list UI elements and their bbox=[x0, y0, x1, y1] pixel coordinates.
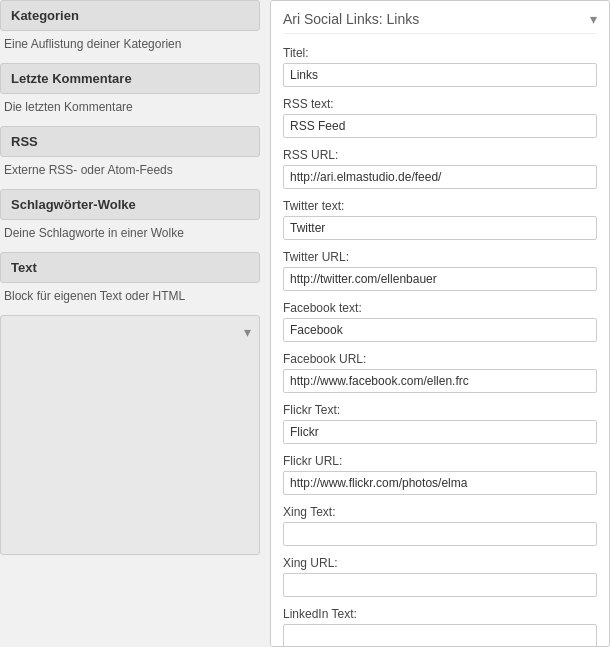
widget-desc-rss: Externe RSS- oder Atom-Feeds bbox=[0, 157, 260, 181]
input-rss-text[interactable] bbox=[283, 114, 597, 138]
input-xing-text[interactable] bbox=[283, 522, 597, 546]
form-row-flickr-url: Flickr URL: bbox=[283, 454, 597, 495]
widget-block-text: TextBlock für eigenen Text oder HTML bbox=[0, 252, 260, 307]
label-titel: Titel: bbox=[283, 46, 597, 60]
left-sidebar: KategorienEine Auflistung deiner Kategor… bbox=[0, 0, 270, 647]
label-facebook-text: Facebook text: bbox=[283, 301, 597, 315]
label-flickr-url: Flickr URL: bbox=[283, 454, 597, 468]
widget-block-schlagwoerter-wolke: Schlagwörter-WolkeDeine Schlagworte in e… bbox=[0, 189, 260, 244]
widget-desc-schlagwoerter-wolke: Deine Schlagworte in einer Wolke bbox=[0, 220, 260, 244]
panel-brand: Ari Social Links bbox=[283, 11, 379, 27]
input-twitter-text[interactable] bbox=[283, 216, 597, 240]
widget-desc-text: Block für eigenen Text oder HTML bbox=[0, 283, 260, 307]
input-flickr-text[interactable] bbox=[283, 420, 597, 444]
form-row-facebook-text: Facebook text: bbox=[283, 301, 597, 342]
label-xing-url: Xing URL: bbox=[283, 556, 597, 570]
form-row-linkedin-text: LinkedIn Text: bbox=[283, 607, 597, 647]
input-facebook-url[interactable] bbox=[283, 369, 597, 393]
panel-title: Ari Social Links: Links bbox=[283, 11, 419, 27]
label-linkedin-text: LinkedIn Text: bbox=[283, 607, 597, 621]
widget-block-rss: RSSExterne RSS- oder Atom-Feeds bbox=[0, 126, 260, 181]
form-row-xing-text: Xing Text: bbox=[283, 505, 597, 546]
form-row-rss-text: RSS text: bbox=[283, 97, 597, 138]
form-row-facebook-url: Facebook URL: bbox=[283, 352, 597, 393]
widget-title-kategorien[interactable]: Kategorien bbox=[0, 0, 260, 31]
form-row-titel: Titel: bbox=[283, 46, 597, 87]
widget-title-text[interactable]: Text bbox=[0, 252, 260, 283]
form-row-rss-url: RSS URL: bbox=[283, 148, 597, 189]
form-row-twitter-url: Twitter URL: bbox=[283, 250, 597, 291]
label-facebook-url: Facebook URL: bbox=[283, 352, 597, 366]
input-twitter-url[interactable] bbox=[283, 267, 597, 291]
input-linkedin-text[interactable] bbox=[283, 624, 597, 647]
empty-widget-area: ▾ bbox=[0, 315, 260, 555]
label-rss-text: RSS text: bbox=[283, 97, 597, 111]
input-facebook-text[interactable] bbox=[283, 318, 597, 342]
label-twitter-url: Twitter URL: bbox=[283, 250, 597, 264]
widget-desc-kategorien: Eine Auflistung deiner Kategorien bbox=[0, 31, 260, 55]
form-row-twitter-text: Twitter text: bbox=[283, 199, 597, 240]
label-rss-url: RSS URL: bbox=[283, 148, 597, 162]
widget-desc-letzte-kommentare: Die letzten Kommentare bbox=[0, 94, 260, 118]
input-titel[interactable] bbox=[283, 63, 597, 87]
label-twitter-text: Twitter text: bbox=[283, 199, 597, 213]
panel-subtitle: : Links bbox=[379, 11, 419, 27]
widget-block-kategorien: KategorienEine Auflistung deiner Kategor… bbox=[0, 0, 260, 55]
input-rss-url[interactable] bbox=[283, 165, 597, 189]
panel-collapse-icon[interactable]: ▾ bbox=[590, 11, 597, 27]
panel-header: Ari Social Links: Links ▾ bbox=[283, 11, 597, 34]
input-xing-url[interactable] bbox=[283, 573, 597, 597]
input-flickr-url[interactable] bbox=[283, 471, 597, 495]
widget-title-rss[interactable]: RSS bbox=[0, 126, 260, 157]
empty-widget-arrow: ▾ bbox=[244, 324, 251, 340]
widget-block-letzte-kommentare: Letzte KommentareDie letzten Kommentare bbox=[0, 63, 260, 118]
widget-title-schlagwoerter-wolke[interactable]: Schlagwörter-Wolke bbox=[0, 189, 260, 220]
label-flickr-text: Flickr Text: bbox=[283, 403, 597, 417]
widget-title-letzte-kommentare[interactable]: Letzte Kommentare bbox=[0, 63, 260, 94]
form-row-flickr-text: Flickr Text: bbox=[283, 403, 597, 444]
right-panel: Ari Social Links: Links ▾ Titel:RSS text… bbox=[270, 0, 610, 647]
form-row-xing-url: Xing URL: bbox=[283, 556, 597, 597]
label-xing-text: Xing Text: bbox=[283, 505, 597, 519]
